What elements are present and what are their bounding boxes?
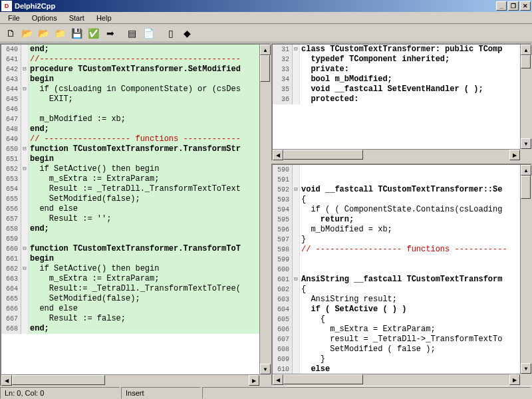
menu-help[interactable]: Help [91,13,117,23]
code-line[interactable]: 594 if ( ( ComponentState.Contains(csLoa… [273,205,531,215]
right-top-code-area[interactable]: 31⊟class TCustomTextTransformer: public … [273,45,531,160]
code-line[interactable]: 590 [273,165,531,175]
fold-marker[interactable]: ⊟ [21,264,29,274]
code-line[interactable]: 607 result = _TetraDll->_TransformTextTo [273,334,531,344]
scroll-thumb[interactable] [260,55,270,82]
code-line[interactable]: 661begin [1,254,270,264]
code-line[interactable]: 35 void __fastcall SetEventHandler ( ); [273,84,531,94]
code-line[interactable]: 655 SetModified(false); [1,194,270,204]
code-line[interactable]: 606 m_sExtra = ExtraParam; [273,325,531,334]
scrollbar-vertical[interactable]: ▲ ▼ [259,45,270,374]
code-line[interactable]: 608 SetModified ( false ); [273,344,531,354]
code-line[interactable]: 654 Result := _TetraDll._TransformTextTo… [1,184,270,194]
scroll-thumb[interactable] [12,375,105,385]
toolbar-open-src[interactable]: 📂 [19,26,35,41]
scroll-up-icon[interactable]: ▲ [260,45,271,55]
minimize-button[interactable]: _ [496,1,507,11]
code-line[interactable]: 602{ [273,285,531,295]
code-line[interactable]: 595 return; [273,215,531,225]
code-line[interactable]: 641//-----------------------------------… [1,55,270,65]
code-line[interactable]: 592⊟void __fastcall TCustomTextTransform… [273,185,531,195]
code-line[interactable]: 656 end else [1,204,270,214]
toolbar-doc[interactable]: 📄 [141,26,156,41]
code-line[interactable]: 667 Result := false; [1,314,270,324]
code-line[interactable]: 652⊟ if SetActive() then begin [1,164,270,174]
code-line[interactable]: 650⊟function TCustomTextTransformer.Tran… [1,144,270,154]
code-line[interactable]: 665 SetModified(false); [1,294,270,304]
fold-marker[interactable]: ⊟ [293,185,300,195]
code-line[interactable]: 603 AnsiString result; [273,295,531,305]
scroll-down-icon[interactable]: ▼ [521,363,531,374]
code-line[interactable]: 644⊟ if (csLoading in ComponentState) or… [1,84,270,94]
scroll-down-icon[interactable]: ▼ [260,364,271,374]
code-line[interactable]: 597} [273,235,531,245]
code-line[interactable]: 33 private: [273,65,531,74]
scrollbar-horizontal[interactable]: ◀ ▶ [273,374,520,384]
code-line[interactable]: 609 } [273,354,531,364]
scroll-down-icon[interactable]: ▼ [521,138,531,149]
toolbar-open-src2[interactable]: 📂 [36,26,51,41]
toolbar-new-file[interactable]: 🗋 [3,26,18,41]
scroll-left-icon[interactable]: ◀ [1,375,12,386]
toolbar-save[interactable]: 💾 [69,26,84,41]
toolbar-list[interactable]: ▤ [124,26,140,41]
fold-marker[interactable]: ⊟ [21,164,29,174]
scroll-thumb[interactable] [521,176,531,199]
code-line[interactable]: 599 [273,255,531,265]
fold-marker[interactable]: ⊟ [293,275,300,285]
scroll-up-icon[interactable]: ▲ [521,165,531,176]
code-line[interactable]: 646 [1,104,270,114]
maximize-button[interactable]: ❐ [508,1,519,11]
code-line[interactable]: 593{ [273,195,531,205]
code-line[interactable]: 660⊟function TCustomTextTransformer.Tran… [1,244,270,254]
scroll-thumb[interactable] [283,150,363,160]
code-line[interactable]: 651begin [1,154,270,164]
scroll-right-icon[interactable]: ▶ [509,374,520,385]
code-line[interactable]: 34 bool m_bModified; [273,74,531,84]
fold-marker[interactable]: ⊟ [21,144,29,154]
code-line[interactable]: 664 Result:= _TetraDll._TransformTextToT… [1,284,270,294]
scroll-right-icon[interactable]: ▶ [249,375,259,386]
toolbar-open-folder[interactable]: 📁 [53,26,68,41]
code-line[interactable]: 649// ------------------ functions -----… [1,134,270,144]
code-line[interactable]: 653 m_sExtra := ExtraParam; [1,174,270,184]
scroll-left-icon[interactable]: ◀ [273,374,283,385]
code-line[interactable]: 596 m_bModified = xb; [273,225,531,235]
code-line[interactable]: 643begin [1,74,270,84]
scrollbar-horizontal[interactable]: ◀ ▶ [273,149,520,160]
code-line[interactable]: 662⊟ if SetActive() then begin [1,264,270,274]
code-line[interactable]: 36 protected: [273,94,531,104]
scroll-right-icon[interactable]: ▶ [509,150,520,160]
left-code-area[interactable]: 640end;641//----------------------------… [1,45,270,385]
right-bottom-code-area[interactable]: 590591592⊟void __fastcall TCustomTextTra… [273,165,531,384]
code-line[interactable]: 640end; [1,45,270,55]
code-line[interactable]: 659 [1,234,270,244]
code-line[interactable]: 657 Result := ''; [1,214,270,224]
code-line[interactable]: 663 m_sExtra := ExtraParam; [1,274,270,284]
fold-marker[interactable]: ⊟ [293,45,300,55]
code-line[interactable]: 666 end else [1,304,270,314]
scroll-thumb[interactable] [521,55,531,68]
scrollbar-vertical[interactable]: ▲ ▼ [520,45,531,149]
toolbar-stop[interactable]: ▯ [163,26,178,41]
code-line[interactable]: 668end; [1,324,270,334]
scroll-thumb[interactable] [283,374,363,384]
toolbar-help[interactable]: ◆ [180,26,195,41]
code-line[interactable]: 31⊟class TCustomTextTransformer: public … [273,45,531,55]
code-line[interactable]: 600 [273,265,531,275]
menu-start[interactable]: Start [64,13,90,23]
scrollbar-vertical[interactable]: ▲ ▼ [520,165,531,374]
fold-marker[interactable]: ⊟ [21,84,29,94]
code-line[interactable]: 604 if ( SetActive ( ) ) [273,305,531,315]
code-line[interactable]: 598// ------------------ functions -----… [273,245,531,255]
scroll-left-icon[interactable]: ◀ [273,150,283,160]
code-line[interactable]: 601⊟AnsiString __fastcall TCustomTextTra… [273,275,531,285]
code-line[interactable]: 642⊟procedure TCustomTextTransformer.Set… [1,65,270,74]
code-line[interactable]: 605 { [273,315,531,325]
menu-file[interactable]: File [3,13,25,23]
code-line[interactable]: 647 m_bModified := xb; [1,114,270,124]
scrollbar-horizontal[interactable]: ◀ ▶ [1,374,259,385]
code-line[interactable]: 645 EXIT; [1,94,270,104]
code-line[interactable]: 648end; [1,124,270,134]
code-line[interactable]: 591 [273,175,531,185]
